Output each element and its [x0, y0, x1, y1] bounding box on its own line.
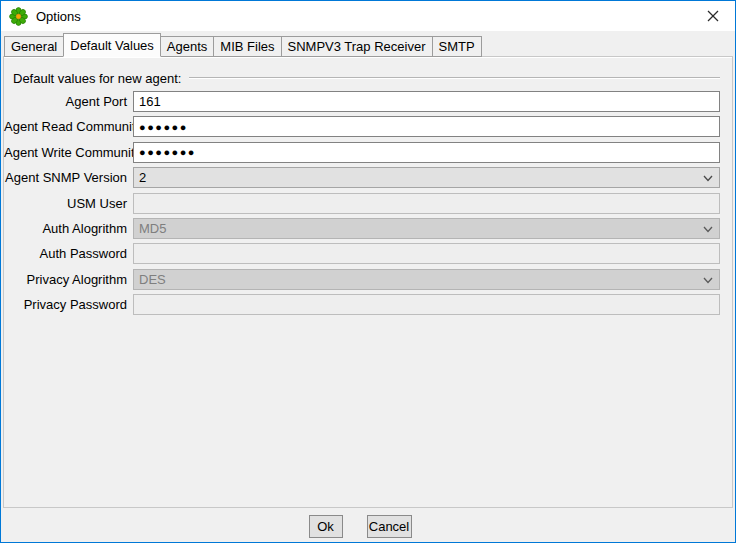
agent-snmp-version-label: Agent SNMP Version: [4, 170, 133, 185]
cancel-button[interactable]: Cancel: [367, 515, 412, 538]
agent-port-row: Agent Port 161: [4, 91, 720, 112]
agent-snmp-version-row: Agent SNMP Version 2: [4, 167, 720, 188]
tab-smtp[interactable]: SMTP: [432, 36, 482, 57]
auth-algorithm-label: Auth Alogrithm: [4, 221, 133, 236]
auth-password-row: Auth Password: [4, 243, 720, 264]
privacy-algorithm-value: DES: [139, 272, 166, 287]
agent-read-community-label: Agent Read Community: [4, 119, 133, 134]
agent-snmp-version-combo[interactable]: 2: [133, 167, 720, 188]
auth-password-input: [133, 243, 720, 264]
tab-label: Default Values: [70, 38, 154, 53]
tab-snmpv3-trap-receiver[interactable]: SNMPV3 Trap Receiver: [281, 36, 433, 57]
agent-write-community-input[interactable]: ●●●●●●●: [133, 142, 720, 163]
agent-snmp-version-value: 2: [139, 170, 146, 185]
close-icon: [707, 10, 719, 22]
auth-algorithm-row: Auth Alogrithm MD5: [4, 218, 720, 239]
agent-read-community-value: ●●●●●●: [139, 121, 188, 133]
agent-port-label: Agent Port: [4, 94, 133, 109]
agent-port-input[interactable]: 161: [133, 91, 720, 112]
group-box-header: Default values for new agent:: [13, 70, 720, 86]
tab-label: MIB Files: [220, 39, 274, 54]
chevron-down-icon: [703, 277, 713, 284]
group-box-line: [189, 77, 720, 79]
tab-label: SNMPV3 Trap Receiver: [288, 39, 426, 54]
dialog-button-bar: Ok Cancel: [1, 507, 735, 542]
agent-read-community-input[interactable]: ●●●●●●: [133, 116, 720, 137]
usm-user-row: USM User: [4, 193, 720, 214]
tab-general[interactable]: General: [4, 36, 64, 57]
options-dialog: Options General Default Values Agents MI…: [0, 0, 736, 543]
agent-write-community-label: Agent Write Community: [4, 145, 133, 160]
auth-algorithm-value: MD5: [139, 221, 166, 236]
green-flower-app-icon: [9, 7, 28, 26]
agent-read-community-row: Agent Read Community ●●●●●●: [4, 116, 720, 137]
tab-label: SMTP: [439, 39, 475, 54]
privacy-password-label: Privacy Password: [4, 297, 133, 312]
title-bar: Options: [1, 1, 735, 31]
privacy-password-row: Privacy Password: [4, 294, 720, 315]
default-values-pane: Default values for new agent: Agent Port…: [3, 56, 733, 508]
usm-user-label: USM User: [4, 196, 133, 211]
auth-password-label: Auth Password: [4, 246, 133, 261]
tab-mib-files[interactable]: MIB Files: [213, 36, 281, 57]
window-title: Options: [36, 9, 81, 24]
close-button[interactable]: [690, 1, 735, 31]
agent-port-value: 161: [139, 94, 161, 109]
group-box-title: Default values for new agent:: [13, 71, 181, 86]
privacy-algorithm-combo: DES: [133, 269, 720, 290]
auth-algorithm-combo: MD5: [133, 218, 720, 239]
agent-write-community-value: ●●●●●●●: [139, 146, 196, 158]
chevron-down-icon: [703, 226, 713, 233]
privacy-algorithm-row: Privacy Alogrithm DES: [4, 269, 720, 290]
tab-bar: General Default Values Agents MIB Files …: [4, 33, 482, 57]
tab-default-values[interactable]: Default Values: [63, 33, 161, 57]
chevron-down-icon: [703, 175, 713, 182]
tab-label: Agents: [167, 39, 207, 54]
tab-agents[interactable]: Agents: [160, 36, 214, 57]
agent-write-community-row: Agent Write Community ●●●●●●●: [4, 142, 720, 163]
default-values-form: Agent Port 161 Agent Read Community ●●●●…: [4, 91, 732, 315]
tab-label: General: [11, 39, 57, 54]
privacy-password-input: [133, 294, 720, 315]
ok-button[interactable]: Ok: [309, 515, 343, 538]
privacy-algorithm-label: Privacy Alogrithm: [4, 272, 133, 287]
usm-user-input: [133, 193, 720, 214]
